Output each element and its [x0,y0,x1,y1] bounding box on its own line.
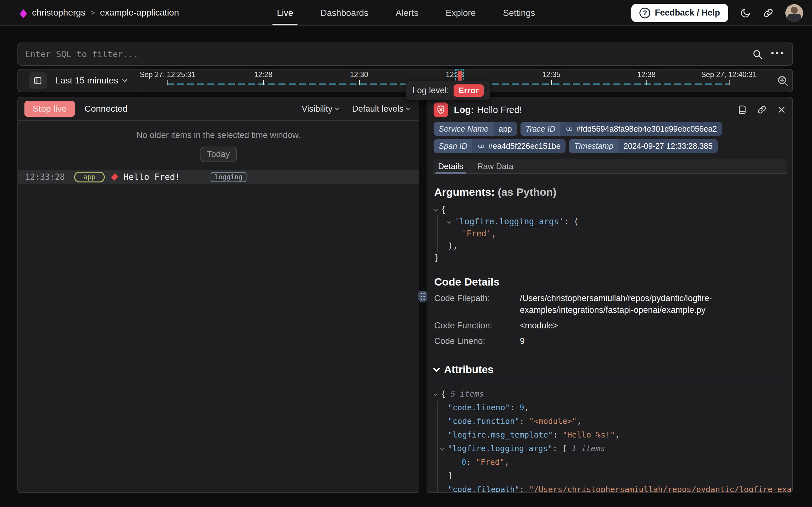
log-message: Hello Fred! [123,172,180,182]
chip-value: #fdd5694a8fa98eb4e301d99ebc056ea2 [560,122,722,136]
live-logs-panel: Stop live Connected Visibility Default l… [17,97,419,493]
empty-window-message: No older items in the selected time wind… [18,130,419,140]
code-function-value: <module> [520,320,739,332]
nav-tab-settings[interactable]: Settings [499,0,540,25]
timeline-tick-label: 12:30 [350,70,368,79]
today-button[interactable]: Today [200,147,237,162]
moon-icon [740,7,751,19]
timeline-end-label: Sep 27, 12:40:31 [701,70,756,79]
tab-details[interactable]: Details [438,159,463,173]
live-panel-header: Stop live Connected Visibility Default l… [18,97,419,121]
time-range-bar: Last 15 minutes Sep 27, 12:25:31 12:28 1… [17,69,793,92]
timeline-tick [168,80,168,85]
zoom-in-icon [776,74,789,87]
divider [136,69,136,92]
attributes-section-toggle[interactable]: Attributes [427,363,792,376]
detail-title-text: Hello Fred! [477,105,522,115]
chip-value: app [494,122,517,136]
scope-tag[interactable]: logging [210,172,246,182]
chip-label: Span ID [434,139,472,153]
service-tag[interactable]: app [74,172,105,182]
metadata-chips: Service Name app Trace ID #fdd5694a8fa98… [427,117,738,153]
share-link-button[interactable] [762,7,774,19]
feedback-help-label: Feedback / Help [655,8,720,18]
connection-status: Connected [84,104,127,114]
trace-id-chip[interactable]: Trace ID #fdd5694a8fa98eb4e301d99ebc056e… [520,122,722,136]
expander-chevron-icon[interactable] [434,208,438,212]
feedback-help-button[interactable]: ? Feedback / Help [631,4,728,22]
default-levels-dropdown[interactable]: Default levels [352,104,410,114]
search-icon[interactable] [752,49,763,60]
sql-filter-bar: ••• [17,43,793,66]
arguments-python-code: { 'logfire.logging_args': ( 'Fred', ), } [434,204,785,264]
close-panel-button[interactable] [777,105,786,114]
expander-chevron-icon[interactable] [440,446,444,451]
header-actions: ? Feedback / Help [631,0,803,26]
detail-tabs: Details Raw Data [433,159,787,174]
dark-mode-toggle[interactable] [740,7,751,19]
code-details-heading: Code Details [427,276,792,288]
timeline-tick [646,80,647,85]
more-options-icon[interactable]: ••• [771,49,785,60]
default-levels-label: Default levels [352,104,403,114]
tab-raw-data[interactable]: Raw Data [477,159,513,173]
time-range-dropdown[interactable]: Last 15 minutes [56,75,127,86]
sql-filter-input[interactable] [25,49,752,59]
attributes-heading: Attributes [444,363,494,376]
timeline-tick-label: 12:28 [254,70,272,79]
panel-resize-handle[interactable] [418,291,427,302]
log-time: 12:33:28 [25,172,65,182]
chip-label: Service Name [434,122,494,136]
span-id-chip[interactable]: Span ID #ea4d5f226ec151be [434,139,566,153]
sidebar-toggle-button[interactable] [29,72,47,89]
visibility-dropdown[interactable]: Visibility [302,104,339,114]
log-level-tooltip: Log level: Error [406,80,490,100]
timestamp-chip[interactable]: Timestamp 2024-09-27 12:33:28.385 [569,139,717,153]
nav-tab-alerts[interactable]: Alerts [391,0,423,25]
chip-value: #ea4d5f226ec151be [472,139,566,153]
zoom-in-button[interactable] [776,74,789,87]
breadcrumb-project[interactable]: example-application [100,8,179,18]
code-lineno-label: Code Lineno: [434,335,520,347]
top-header: ◆ christophergs > example-application Li… [0,0,812,26]
arguments-heading: Arguments: (as Python) [427,186,792,198]
expander-chevron-icon[interactable] [434,392,438,396]
main-nav: Live Dashboards Alerts Explore Settings [272,0,540,25]
nav-tab-dashboards[interactable]: Dashboards [316,0,373,25]
copy-link-button[interactable] [757,105,767,115]
attributes-json: { 5 items "code.lineno": 9, "code.functi… [434,387,792,493]
timeline-start-label: Sep 27, 12:25:31 [139,70,195,79]
code-details-grid: Code Filepath: /Users/christophersamiull… [434,292,785,347]
help-circle-icon: ? [639,8,650,18]
service-name-chip[interactable]: Service Name app [434,122,517,136]
dock-panel-button[interactable] [738,105,747,115]
link-icon [566,125,573,133]
layout-sidebar-icon [33,76,43,86]
nav-tab-live[interactable]: Live [272,0,298,25]
breadcrumb-separator: > [90,8,95,17]
time-range-label: Last 15 minutes [56,75,118,86]
timeline-tick [359,80,360,85]
error-diamond-icon [111,173,118,180]
close-icon [777,105,786,114]
user-avatar[interactable] [785,4,803,22]
error-level-badge: Error [453,84,484,97]
tooltip-label: Log level: [412,86,449,96]
chip-label: Timestamp [569,139,618,153]
logfire-logo-icon[interactable]: ◆ [20,6,27,20]
chip-value: 2024-09-27 12:33:28.385 [619,139,718,153]
detail-title-prefix: Log: [454,105,474,115]
nav-tab-explore[interactable]: Explore [441,0,480,25]
log-row[interactable]: 12:33:28 app Hello Fred! logging [18,170,419,184]
link-icon [477,143,485,150]
expander-chevron-icon[interactable] [447,220,451,224]
visibility-label: Visibility [302,104,332,114]
timeline-tick [263,80,264,85]
code-lineno-value: 9 [520,335,739,347]
code-filepath-label: Code Filepath: [434,292,520,316]
breadcrumb: ◆ christophergs > example-application [0,7,179,18]
stop-live-button[interactable]: Stop live [24,101,75,117]
breadcrumb-org[interactable]: christophergs [32,8,85,18]
divider [434,381,785,381]
log-detail-panel: Log:Hello Fred! [427,97,793,493]
